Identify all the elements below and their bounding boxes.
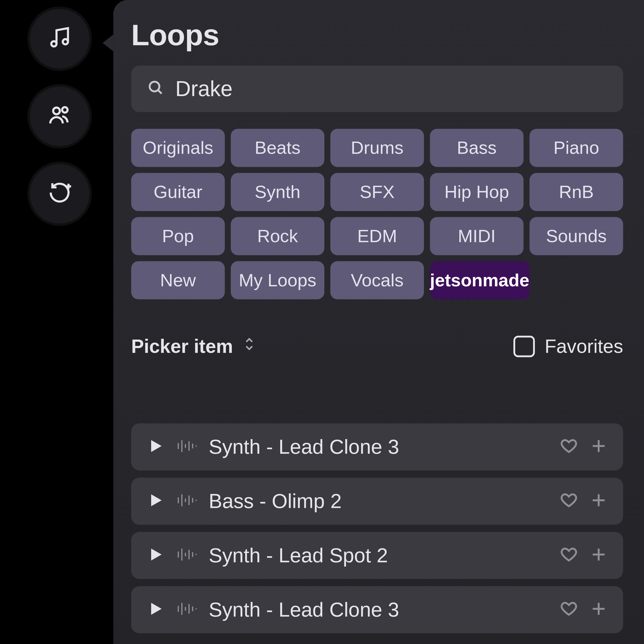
favorites-toggle[interactable]: Favorites	[514, 335, 623, 357]
search-field[interactable]	[131, 65, 623, 112]
svg-point-4	[150, 82, 159, 91]
svg-point-0	[51, 41, 57, 47]
track-title: Bass - Olimp 2	[209, 490, 548, 513]
tag-midi[interactable]: MIDI	[430, 217, 524, 255]
track-title: Synth - Lead Spot 2	[209, 544, 548, 567]
favorite-button[interactable]	[560, 600, 578, 620]
play-button[interactable]	[147, 491, 164, 511]
waveform-icon	[176, 437, 197, 457]
track-row: Synth - Lead Clone 3	[131, 423, 623, 470]
favorite-button[interactable]	[560, 491, 578, 511]
waveform-icon	[176, 600, 197, 619]
play-button[interactable]	[147, 437, 164, 457]
music-note-icon	[47, 25, 72, 52]
svg-point-1	[63, 39, 68, 44]
add-button[interactable]	[590, 491, 608, 511]
tag-sounds[interactable]: Sounds	[530, 217, 623, 255]
tag-synth[interactable]: Synth	[231, 173, 324, 211]
tag-originals[interactable]: Originals	[131, 129, 225, 167]
add-button[interactable]	[590, 545, 608, 565]
play-button[interactable]	[147, 600, 164, 620]
tag-piano[interactable]: Piano	[530, 129, 623, 167]
loops-panel: Loops OriginalsBeatsDrumsBassPianoGuitar…	[113, 0, 644, 644]
search-icon	[147, 79, 164, 99]
tag-sfx[interactable]: SFX	[330, 173, 424, 211]
track-row: Synth - Lead Clone 3	[131, 586, 623, 633]
nav-generate-button[interactable]	[30, 164, 89, 224]
chevron-up-down-icon	[242, 335, 255, 358]
tag-drums[interactable]: Drums	[330, 129, 424, 167]
tag-pop[interactable]: Pop	[131, 217, 225, 255]
tag-my-loops[interactable]: My Loops	[231, 261, 324, 299]
tag-bass[interactable]: Bass	[430, 129, 524, 167]
sidebar-nav	[30, 9, 89, 224]
waveform-icon	[176, 546, 197, 565]
track-title: Synth - Lead Clone 3	[209, 598, 548, 621]
picker-label: Picker item	[131, 335, 233, 357]
track-row: Bass - Olimp 2	[131, 478, 623, 525]
play-button[interactable]	[147, 545, 164, 565]
tag-hip-hop[interactable]: Hip Hop	[430, 173, 524, 211]
tag-beats[interactable]: Beats	[231, 129, 324, 167]
filter-row: Picker item Favorites	[131, 335, 623, 358]
favorite-button[interactable]	[560, 545, 578, 565]
search-input[interactable]	[175, 76, 608, 101]
waveform-icon	[176, 492, 197, 511]
tag-vocals[interactable]: Vocals	[330, 261, 424, 299]
tag-grid: OriginalsBeatsDrumsBassPianoGuitarSynthS…	[131, 129, 623, 299]
panel-pointer	[102, 35, 113, 51]
favorites-checkbox[interactable]	[514, 336, 535, 357]
sort-picker[interactable]: Picker item	[131, 335, 256, 358]
add-button[interactable]	[590, 437, 608, 457]
add-button[interactable]	[590, 600, 608, 620]
svg-point-2	[53, 108, 60, 114]
tag-guitar[interactable]: Guitar	[131, 173, 225, 211]
nav-collab-button[interactable]	[30, 86, 89, 146]
tag-rock[interactable]: Rock	[231, 217, 324, 255]
tag-jetsonmade[interactable]: jetsonmade	[430, 261, 530, 299]
track-list: Synth - Lead Clone 3Bass - Olimp 2Synth …	[131, 423, 623, 633]
nav-loops-button[interactable]	[30, 9, 89, 69]
favorite-button[interactable]	[560, 437, 578, 457]
tag-new[interactable]: New	[131, 261, 225, 299]
svg-point-3	[62, 107, 67, 113]
tag-edm[interactable]: EDM	[330, 217, 424, 255]
favorites-label: Favorites	[545, 335, 623, 357]
track-row: Synth - Lead Spot 2	[131, 532, 623, 579]
tag-rnb[interactable]: RnB	[530, 173, 623, 211]
people-icon	[47, 102, 72, 130]
panel-title: Loops	[131, 18, 623, 52]
loop-plus-icon	[47, 180, 72, 208]
track-title: Synth - Lead Clone 3	[209, 435, 548, 459]
